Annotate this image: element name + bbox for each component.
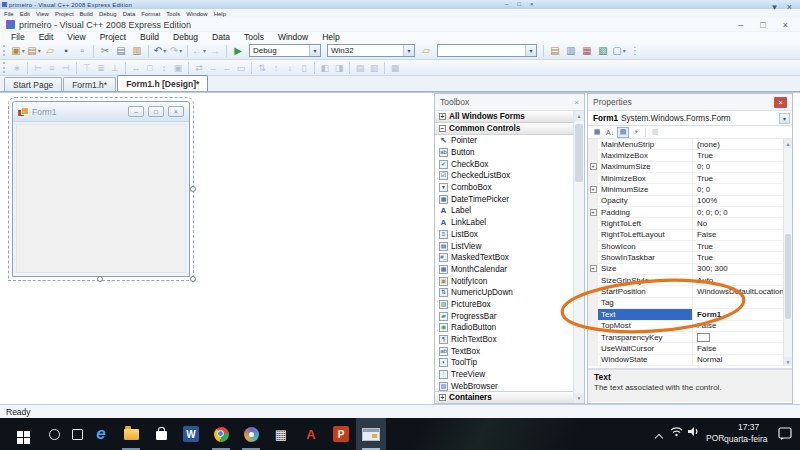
align-bottoms-button[interactable]: ⊥	[109, 61, 122, 74]
property-value[interactable]: (none)	[693, 139, 783, 149]
property-value[interactable]: False	[693, 343, 783, 353]
expand-icon[interactable]: +	[590, 186, 597, 193]
visual-studio-taskbar-icon[interactable]	[356, 418, 386, 450]
remove-horizontal-spacing-button[interactable]: ▭	[235, 61, 248, 74]
make-horizontal-spacing-equal-button[interactable]: ⇄	[193, 61, 206, 74]
MaximumSize[interactable]: + MaximumSize 0; 0	[588, 162, 783, 173]
property-value[interactable]: No	[693, 218, 783, 228]
TopMost[interactable]: + TopMost False	[588, 321, 783, 332]
toolbox-item-richtextbox[interactable]: ¶ RichTextBox	[435, 334, 573, 346]
scrollbar-thumb[interactable]	[575, 124, 583, 182]
glitch-menu-item[interactable]: Build	[80, 11, 93, 16]
menu-item[interactable]: Data	[205, 32, 237, 42]
chevron-down-icon[interactable]: ▾	[525, 45, 536, 56]
toolbox-item-treeview[interactable]: ⋮ TreeView	[435, 369, 573, 381]
menu-item[interactable]: Tools	[237, 32, 271, 42]
minimize-icon[interactable]: –	[505, 1, 508, 7]
undo-button[interactable]: ↶	[153, 43, 168, 58]
increase-vertical-spacing-button[interactable]: ↑	[270, 61, 283, 74]
Size[interactable]: + Size 300; 300	[588, 264, 783, 275]
toolbox-item-numericupdown[interactable]: ⇅ NumericUpDown	[435, 287, 573, 299]
powerpoint-icon[interactable]: P	[326, 418, 356, 450]
toolbox-item-tooltip[interactable]: ◗ ToolTip	[435, 357, 573, 369]
toolbox-item-checkedlistbox[interactable]: ☑ CheckedListBox	[435, 170, 573, 182]
expand-icon[interactable]: +	[590, 209, 597, 216]
menu-item[interactable]: Project	[93, 32, 133, 42]
categorized-icon[interactable]: ▦	[591, 127, 603, 138]
cut-button[interactable]: ✂	[98, 43, 113, 58]
glitch-menu-item[interactable]: Project	[55, 11, 74, 16]
make-same-width-button[interactable]: ↔	[130, 61, 143, 74]
toolbar-grip[interactable]	[3, 62, 7, 73]
resize-handle-bottom[interactable]	[97, 276, 103, 282]
scrollbar-thumb[interactable]	[785, 234, 791, 319]
center-horizontally-button[interactable]: ◧	[319, 61, 332, 74]
glitch-menu-item[interactable]: Data	[123, 11, 136, 16]
scroll-down-icon[interactable]: ▼	[784, 357, 792, 366]
bring-to-front-button[interactable]: ▤	[354, 61, 367, 74]
property-value[interactable]: Auto	[693, 275, 783, 285]
properties-object-combo[interactable]: Form1 System.Windows.Forms.Form ▾	[588, 111, 792, 126]
resize-handle-corner[interactable]	[190, 276, 196, 282]
language-indicator[interactable]: POR	[706, 433, 724, 443]
remove-vertical-spacing-button[interactable]: ▯	[298, 61, 311, 74]
send-to-back-button[interactable]: ▥	[368, 61, 381, 74]
scroll-up-icon[interactable]: ▲	[784, 139, 792, 148]
close-icon[interactable]: ×	[530, 1, 534, 7]
document-tab[interactable]: Form1.h [Design]*	[117, 75, 208, 91]
MaximizeBox[interactable]: + MaximizeBox True	[588, 150, 783, 161]
file-explorer-icon[interactable]	[116, 418, 146, 450]
chevron-down-icon[interactable]: ▾	[779, 113, 790, 124]
RightToLeft[interactable]: + RightToLeft No	[588, 218, 783, 229]
align-lefts-button[interactable]: ⊢	[32, 61, 45, 74]
scroll-up-icon[interactable]: ▲	[574, 111, 584, 121]
StartPosition[interactable]: + StartPosition WindowsDefaultLocation	[588, 286, 783, 297]
find-combo[interactable]: ▾	[437, 44, 537, 57]
Opacity[interactable]: + Opacity 100%	[588, 196, 783, 207]
document-tab[interactable]: Start Page	[4, 77, 62, 91]
decrease-vertical-spacing-button[interactable]: ↓	[284, 61, 297, 74]
property-value[interactable]: True	[693, 241, 783, 251]
make-same-size-button[interactable]: ▣	[172, 61, 185, 74]
toolbox-item-button[interactable]: ab Button	[435, 147, 573, 159]
maximize-icon[interactable]: □	[517, 1, 521, 7]
task-view-button[interactable]	[66, 418, 88, 450]
redo-button[interactable]: ↷	[169, 43, 184, 58]
navigate-backward-button[interactable]: ←	[192, 43, 207, 58]
property-value[interactable]: 0; 0	[693, 162, 783, 172]
Text[interactable]: + Text Form1	[588, 309, 783, 320]
toolbox-item-pointer[interactable]: ↖ Pointer	[435, 135, 573, 147]
menu-item[interactable]: Window	[271, 32, 315, 42]
property-value[interactable]	[693, 332, 783, 342]
close-icon[interactable]: ×	[774, 97, 787, 108]
menu-item[interactable]: Help	[315, 32, 346, 42]
toolbox-item-progressbar[interactable]: ▰ ProgressBar	[435, 310, 573, 322]
navigate-forward-button[interactable]: →	[208, 43, 223, 58]
property-value[interactable]: False	[693, 230, 783, 240]
document-tab[interactable]: Form1.h*	[63, 77, 116, 91]
property-value[interactable]: 100%	[693, 196, 783, 206]
toolbox-item-label[interactable]: A Label	[435, 205, 573, 217]
close-button[interactable]: ×	[783, 20, 788, 30]
align-tops-button[interactable]: ⊤	[81, 61, 94, 74]
decrease-horizontal-spacing-button[interactable]: ←	[221, 61, 234, 74]
acrobat-reader-icon[interactable]: A	[296, 418, 326, 450]
save-all-button[interactable]: ▫	[75, 43, 90, 58]
paint-3d-icon[interactable]	[236, 418, 266, 450]
open-file-button[interactable]: ▱	[43, 43, 58, 58]
chevron-down-icon[interactable]: ▾	[403, 45, 414, 56]
save-button[interactable]: ▪	[59, 43, 74, 58]
toolbox-item-linklabel[interactable]: A LinkLabel	[435, 217, 573, 229]
align-centers-button[interactable]: ≡	[46, 61, 59, 74]
other-windows-button[interactable]: ▢	[612, 43, 627, 58]
cortana-button[interactable]	[42, 418, 66, 450]
resize-handle-right[interactable]	[190, 186, 196, 192]
paste-button[interactable]: ▥	[130, 43, 145, 58]
microsoft-store-icon[interactable]	[146, 418, 176, 450]
glitch-menu-item[interactable]: Format	[141, 11, 160, 16]
designed-form[interactable]: Form1 – □ ×	[12, 101, 190, 277]
clock-date[interactable]: quarta-feira	[724, 434, 767, 444]
designed-form-client-area[interactable]	[16, 124, 186, 273]
solution-platforms-combo[interactable]: Win32 ▾	[327, 44, 415, 57]
toolbox-section-all-windows-forms[interactable]: + All Windows Forms	[435, 111, 573, 123]
